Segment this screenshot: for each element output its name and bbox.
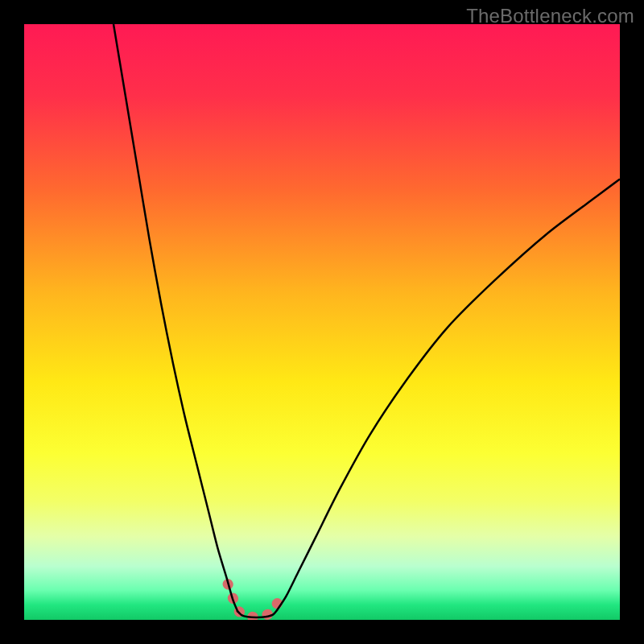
gradient-background — [24, 24, 620, 620]
chart-frame: TheBottleneck.com — [0, 0, 644, 644]
chart-svg — [24, 24, 620, 620]
plot-area — [24, 24, 620, 620]
watermark-text: TheBottleneck.com — [466, 5, 634, 27]
